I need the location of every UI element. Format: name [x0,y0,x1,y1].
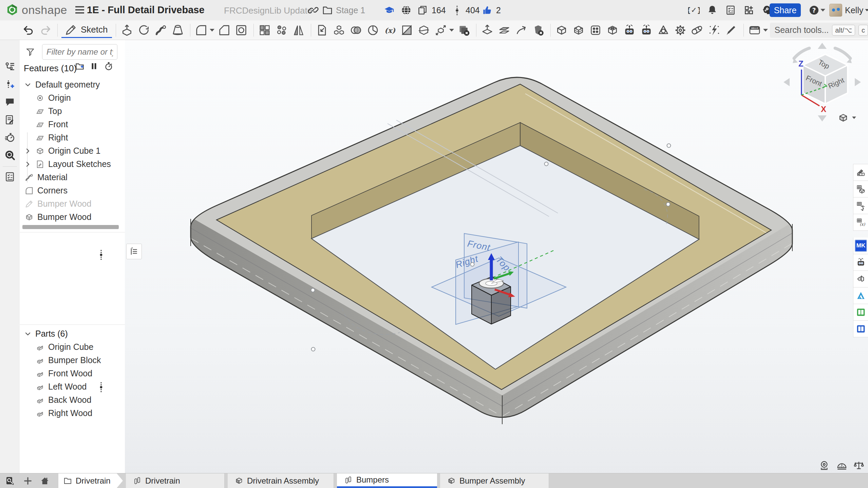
mass-properties-icon[interactable] [853,460,865,471]
cube-hole-feature-icon[interactable] [605,22,621,38]
derived-icon[interactable] [314,22,330,38]
copies-icon[interactable] [417,4,428,16]
boolean-icon[interactable] [348,22,364,38]
folder-tab-drivetrain[interactable]: Drivetrain [58,473,123,488]
tab-drivetrain-assembly[interactable]: Drivetrain Assembly [228,473,334,488]
chamfer-icon[interactable] [216,22,232,38]
delete-part-icon[interactable] [456,22,472,38]
pattern-cubes-icon[interactable] [331,22,347,38]
part-table-panel-button[interactable] [853,181,868,198]
filter-input[interactable] [42,44,117,60]
sweep-icon[interactable] [153,22,169,38]
transform-icon[interactable] [433,22,449,38]
belt-feature-icon[interactable] [690,22,705,38]
user-name[interactable]: Kelly [845,5,863,15]
onshape-wordmark[interactable]: onshape [22,3,67,17]
home-tab-button[interactable] [36,473,54,488]
move-face-icon[interactable] [479,22,495,38]
feature-item-right-plane[interactable]: Right [20,131,125,144]
feature-item-material[interactable]: Material [20,171,125,184]
new-folder-icon[interactable] [75,61,85,71]
release-tasks-icon[interactable] [4,171,16,183]
tube-feature-icon[interactable] [656,22,672,38]
redo-icon[interactable] [37,22,53,38]
feature-item-top-plane[interactable]: Top [20,105,125,118]
variable-icon[interactable] [382,22,398,38]
tasks-checklist-icon[interactable] [725,4,736,16]
feature-item-origin[interactable]: Origin [20,91,125,105]
workspace-label[interactable]: Stage 1 [336,5,365,15]
undo-icon[interactable] [20,22,36,38]
loft-icon[interactable] [170,22,186,38]
apps-grid-icon[interactable] [743,4,755,16]
spark-feature-icon[interactable] [706,22,722,38]
mirror-icon[interactable] [291,22,307,38]
feature-list-toggle-button[interactable] [126,244,142,259]
dice-feature-icon[interactable] [588,22,604,38]
green-library-app-button[interactable] [853,304,868,321]
marker-feature-icon[interactable] [723,22,739,38]
split-face-icon[interactable] [399,22,415,38]
suppress-pause-icon[interactable] [89,61,99,71]
help-icon[interactable] [808,4,820,16]
chevron-right-icon[interactable] [24,160,32,168]
robot-app-button[interactable] [853,254,868,271]
alloy-app-button[interactable] [853,287,868,304]
revolve-icon[interactable] [136,22,152,38]
tab-drivetrain-partstudio[interactable]: Drivetrain [126,473,225,488]
draft-icon[interactable] [233,22,249,38]
configuration-panel-button[interactable] [853,198,868,214]
document-title[interactable]: 1E - Full Detail Drivebase [87,4,205,16]
fillet-icon[interactable] [193,22,209,38]
origin-cube-feature-icon[interactable] [554,22,570,38]
add-tab-button[interactable] [20,473,36,488]
feature-item-default-geometry[interactable]: Default geometry [20,78,125,91]
grid-cube-feature-icon[interactable] [571,22,587,38]
fillet-icon-caret[interactable] [210,29,214,32]
robot-feature-icon[interactable] [622,22,638,38]
name-tag-icon[interactable] [747,22,763,38]
insert-new-item-icon[interactable] [4,79,16,90]
performance-icon[interactable] [4,132,16,143]
split-part-icon[interactable] [416,22,432,38]
feature-item-layout-sketches[interactable]: Layout Sketches [20,157,125,171]
notifications-bell-icon[interactable] [706,4,718,16]
onshape-logo-icon[interactable] [5,3,19,17]
move-boundary-icon[interactable] [513,22,529,38]
rollback-bar[interactable] [22,225,119,229]
tape-measure-icon[interactable] [819,460,831,471]
thumbs-up-icon[interactable] [481,4,493,16]
linear-pattern-icon[interactable] [257,22,273,38]
view-display-options-button[interactable] [837,112,856,124]
tab-bumpers-partstudio[interactable]: Bumpers [337,473,437,488]
mk-app-button[interactable]: MK [853,238,868,254]
feature-item-bumper-wood[interactable]: Bumper Wood [20,210,125,224]
transform-icon-caret[interactable] [449,29,454,32]
public-globe-icon[interactable] [400,4,412,16]
feature-item-origin-cube[interactable]: Origin Cube 1 [20,144,125,157]
delete-face-icon[interactable] [530,22,546,38]
part-item-front-wood[interactable]: Front Wood [20,367,125,380]
chevron-down-icon[interactable] [24,81,32,89]
part-item-bumper-block[interactable]: Bumper Block [20,354,125,367]
circular-pattern-icon[interactable] [274,22,290,38]
chevron-right-icon[interactable] [24,147,32,155]
part-item-left-wood[interactable]: Left Wood [20,380,125,393]
chevron-down-icon[interactable] [24,330,32,338]
extrude-icon[interactable] [119,22,135,38]
parts-header-row[interactable]: Parts (6) [20,327,125,340]
tab-bumper-assembly[interactable]: Bumper Assembly [440,473,549,488]
user-menu-caret-icon[interactable] [865,9,868,11]
link-icon[interactable] [307,4,319,16]
comments-icon[interactable] [4,96,16,108]
offset-surface-icon[interactable] [496,22,512,38]
learning-cap-icon[interactable] [383,4,395,16]
user-avatar[interactable] [829,4,842,17]
filter-funnel-icon[interactable] [25,47,35,57]
export-app-button[interactable] [853,271,868,287]
sketch-button[interactable]: Sketch [61,22,112,38]
search-tools-field[interactable]: Search tools... alt/⌥ c [770,23,868,38]
part-item-right-wood[interactable]: Right Wood [20,407,125,420]
hamburger-menu-icon[interactable] [75,5,85,14]
graphics-viewport[interactable]: Front Right Top [125,40,868,473]
